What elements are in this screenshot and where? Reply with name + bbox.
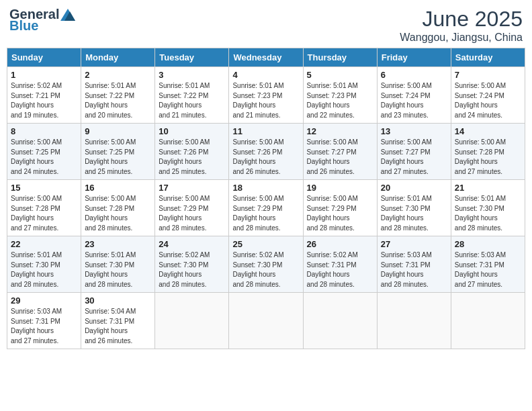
day-number: 29	[11, 295, 77, 306]
weekday-header-tuesday: Tuesday	[155, 48, 229, 67]
title-area: June 2025 Wanggou, Jiangsu, China	[400, 7, 523, 44]
day-cell-2: 2 Sunrise: 5:01 AMSunset: 7:22 PMDayligh…	[81, 67, 155, 124]
day-info: Sunrise: 5:00 AMSunset: 7:24 PMDaylight …	[455, 82, 506, 119]
logo: General Blue	[9, 7, 75, 34]
day-cell-24: 24 Sunrise: 5:02 AMSunset: 7:30 PMDaylig…	[155, 236, 229, 293]
day-cell-30: 30 Sunrise: 5:04 AMSunset: 7:31 PMDaylig…	[81, 293, 155, 349]
calendar-week-2: 8 Sunrise: 5:00 AMSunset: 7:25 PMDayligh…	[7, 124, 525, 180]
empty-cell	[451, 293, 525, 349]
day-cell-22: 22 Sunrise: 5:01 AMSunset: 7:30 PMDaylig…	[7, 236, 81, 293]
day-info: Sunrise: 5:03 AMSunset: 7:31 PMDaylight …	[381, 251, 432, 288]
day-cell-14: 14 Sunrise: 5:00 AMSunset: 7:28 PMDaylig…	[451, 124, 525, 180]
day-info: Sunrise: 5:00 AMSunset: 7:25 PMDaylight …	[85, 138, 136, 175]
day-number: 9	[85, 126, 151, 136]
day-cell-3: 3 Sunrise: 5:01 AMSunset: 7:22 PMDayligh…	[155, 67, 229, 124]
empty-cell	[229, 293, 303, 349]
calendar-week-1: 1 Sunrise: 5:02 AMSunset: 7:21 PMDayligh…	[7, 67, 525, 124]
day-cell-18: 18 Sunrise: 5:00 AMSunset: 7:29 PMDaylig…	[229, 180, 303, 236]
day-cell-10: 10 Sunrise: 5:00 AMSunset: 7:26 PMDaylig…	[155, 124, 229, 180]
day-number: 14	[455, 126, 521, 136]
month-year-title: June 2025	[400, 7, 523, 32]
day-number: 26	[307, 239, 373, 249]
day-info: Sunrise: 5:00 AMSunset: 7:29 PMDaylight …	[159, 195, 210, 232]
day-number: 3	[159, 70, 225, 80]
day-cell-26: 26 Sunrise: 5:02 AMSunset: 7:31 PMDaylig…	[303, 236, 377, 293]
empty-cell	[303, 293, 377, 349]
day-info: Sunrise: 5:01 AMSunset: 7:30 PMDaylight …	[381, 195, 432, 232]
day-info: Sunrise: 5:00 AMSunset: 7:26 PMDaylight …	[159, 138, 210, 175]
day-number: 5	[307, 70, 373, 80]
day-info: Sunrise: 5:02 AMSunset: 7:21 PMDaylight …	[11, 82, 62, 119]
day-number: 7	[455, 70, 521, 80]
weekday-header-sunday: Sunday	[7, 48, 81, 67]
day-cell-25: 25 Sunrise: 5:02 AMSunset: 7:30 PMDaylig…	[229, 236, 303, 293]
day-cell-1: 1 Sunrise: 5:02 AMSunset: 7:21 PMDayligh…	[7, 67, 81, 124]
day-cell-19: 19 Sunrise: 5:00 AMSunset: 7:29 PMDaylig…	[303, 180, 377, 236]
weekday-header-saturday: Saturday	[451, 48, 525, 67]
day-info: Sunrise: 5:00 AMSunset: 7:28 PMDaylight …	[85, 195, 136, 232]
day-info: Sunrise: 5:00 AMSunset: 7:26 PMDaylight …	[232, 138, 283, 175]
day-cell-20: 20 Sunrise: 5:01 AMSunset: 7:30 PMDaylig…	[377, 180, 451, 236]
day-number: 28	[455, 239, 521, 249]
day-number: 13	[381, 126, 447, 136]
day-cell-6: 6 Sunrise: 5:00 AMSunset: 7:24 PMDayligh…	[377, 67, 451, 124]
page-header: General Blue June 2025 Wanggou, Jiangsu,…	[7, 7, 525, 44]
logo-icon	[60, 9, 75, 21]
day-number: 25	[232, 239, 299, 249]
day-info: Sunrise: 5:02 AMSunset: 7:31 PMDaylight …	[307, 251, 358, 288]
day-info: Sunrise: 5:01 AMSunset: 7:22 PMDaylight …	[159, 82, 210, 119]
day-cell-7: 7 Sunrise: 5:00 AMSunset: 7:24 PMDayligh…	[451, 67, 525, 124]
day-info: Sunrise: 5:00 AMSunset: 7:28 PMDaylight …	[11, 195, 62, 232]
day-info: Sunrise: 5:01 AMSunset: 7:23 PMDaylight …	[232, 82, 283, 119]
day-number: 8	[11, 126, 77, 136]
day-number: 11	[232, 126, 299, 136]
day-info: Sunrise: 5:00 AMSunset: 7:27 PMDaylight …	[381, 138, 432, 175]
weekday-header-friday: Friday	[377, 48, 451, 67]
day-number: 21	[455, 183, 521, 193]
day-info: Sunrise: 5:03 AMSunset: 7:31 PMDaylight …	[455, 251, 506, 288]
day-cell-12: 12 Sunrise: 5:00 AMSunset: 7:27 PMDaylig…	[303, 124, 377, 180]
day-info: Sunrise: 5:00 AMSunset: 7:29 PMDaylight …	[232, 195, 283, 232]
day-number: 10	[159, 126, 225, 136]
day-number: 6	[381, 70, 447, 80]
day-info: Sunrise: 5:01 AMSunset: 7:30 PMDaylight …	[85, 251, 136, 288]
day-cell-8: 8 Sunrise: 5:00 AMSunset: 7:25 PMDayligh…	[7, 124, 81, 180]
logo-blue-text: Blue	[9, 18, 38, 34]
day-cell-29: 29 Sunrise: 5:03 AMSunset: 7:31 PMDaylig…	[7, 293, 81, 349]
day-number: 17	[159, 183, 225, 193]
day-number: 15	[11, 183, 77, 193]
day-number: 20	[381, 183, 447, 193]
day-info: Sunrise: 5:02 AMSunset: 7:30 PMDaylight …	[159, 251, 210, 288]
day-cell-23: 23 Sunrise: 5:01 AMSunset: 7:30 PMDaylig…	[81, 236, 155, 293]
day-cell-15: 15 Sunrise: 5:00 AMSunset: 7:28 PMDaylig…	[7, 180, 81, 236]
day-cell-21: 21 Sunrise: 5:01 AMSunset: 7:30 PMDaylig…	[451, 180, 525, 236]
calendar-week-3: 15 Sunrise: 5:00 AMSunset: 7:28 PMDaylig…	[7, 180, 525, 236]
day-info: Sunrise: 5:00 AMSunset: 7:27 PMDaylight …	[307, 138, 358, 175]
day-number: 24	[159, 239, 225, 249]
day-info: Sunrise: 5:04 AMSunset: 7:31 PMDaylight …	[85, 308, 136, 345]
empty-cell	[377, 293, 451, 349]
day-cell-13: 13 Sunrise: 5:00 AMSunset: 7:27 PMDaylig…	[377, 124, 451, 180]
day-info: Sunrise: 5:03 AMSunset: 7:31 PMDaylight …	[11, 308, 62, 345]
empty-cell	[155, 293, 229, 349]
day-number: 27	[381, 239, 447, 249]
location-title: Wanggou, Jiangsu, China	[400, 32, 523, 44]
day-info: Sunrise: 5:00 AMSunset: 7:29 PMDaylight …	[307, 195, 358, 232]
calendar-week-4: 22 Sunrise: 5:01 AMSunset: 7:30 PMDaylig…	[7, 236, 525, 293]
day-info: Sunrise: 5:01 AMSunset: 7:23 PMDaylight …	[307, 82, 358, 119]
day-info: Sunrise: 5:01 AMSunset: 7:30 PMDaylight …	[455, 195, 506, 232]
day-info: Sunrise: 5:02 AMSunset: 7:30 PMDaylight …	[232, 251, 283, 288]
day-info: Sunrise: 5:00 AMSunset: 7:28 PMDaylight …	[455, 138, 506, 175]
day-cell-9: 9 Sunrise: 5:00 AMSunset: 7:25 PMDayligh…	[81, 124, 155, 180]
day-number: 18	[232, 183, 299, 193]
day-number: 22	[11, 239, 77, 249]
day-info: Sunrise: 5:00 AMSunset: 7:24 PMDaylight …	[381, 82, 432, 119]
day-cell-28: 28 Sunrise: 5:03 AMSunset: 7:31 PMDaylig…	[451, 236, 525, 293]
day-number: 16	[85, 183, 151, 193]
day-cell-17: 17 Sunrise: 5:00 AMSunset: 7:29 PMDaylig…	[155, 180, 229, 236]
weekday-header-monday: Monday	[81, 48, 155, 67]
day-number: 23	[85, 239, 151, 249]
weekday-header-wednesday: Wednesday	[229, 48, 303, 67]
weekday-header-row: SundayMondayTuesdayWednesdayThursdayFrid…	[7, 48, 525, 67]
day-number: 2	[85, 70, 151, 80]
